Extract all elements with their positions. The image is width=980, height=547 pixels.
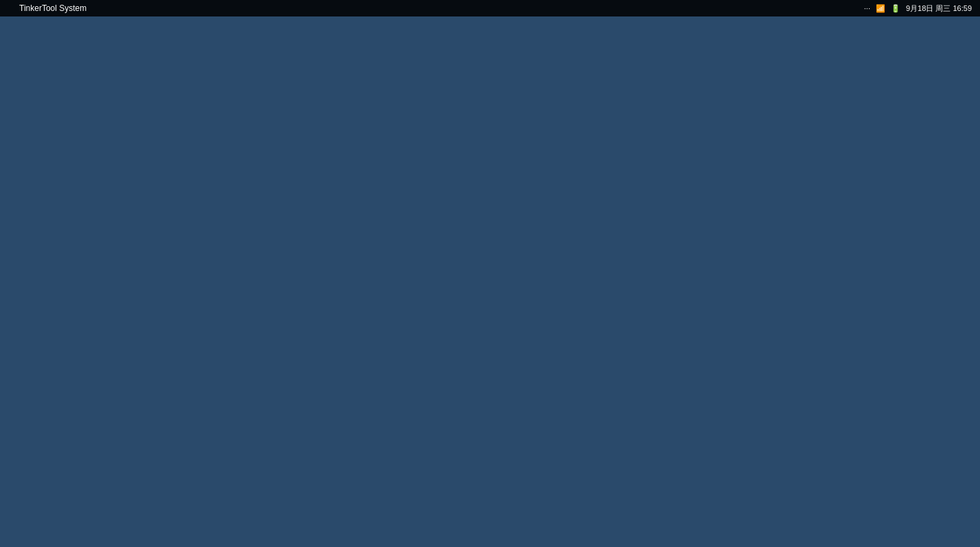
topbar-datetime: 9月18日 周三 16:59 xyxy=(906,3,972,14)
topbar-right: ··· 📶 🔋 9月18日 周三 16:59 xyxy=(864,3,972,14)
topbar-wifi-icon: 📶 xyxy=(876,4,885,13)
topbar-battery-icon: 🔋 xyxy=(891,4,900,13)
macos-topbar: TinkerTool System ··· 📶 🔋 9月18日 周三 16:59 xyxy=(0,0,980,16)
topbar-app-name: TinkerTool System xyxy=(19,3,86,13)
topbar-left: TinkerTool System xyxy=(8,3,86,13)
topbar-dots: ··· xyxy=(864,4,870,12)
